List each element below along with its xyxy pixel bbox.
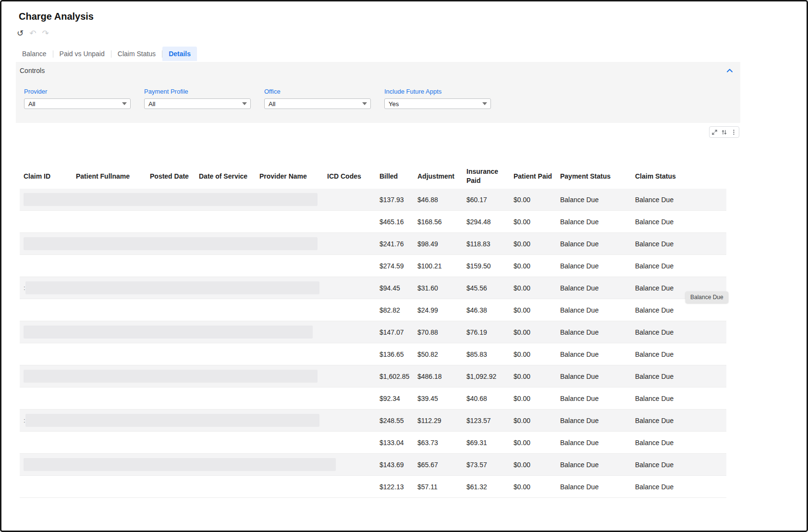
cell-billed: $136.65 [376,343,414,365]
undo-icon[interactable]: ↶ [29,29,36,37]
table-row[interactable]: $241.76 $98.49 $118.83 $0.00 Balance Due… [20,233,726,255]
redaction-block [24,215,318,228]
redo-icon[interactable]: ↷ [42,29,49,37]
column-header-icd-codes[interactable]: ICD Codes [323,164,376,189]
table-row[interactable]: $133.04 $63.73 $69.31 $0.00 Balance Due … [20,432,726,454]
payment-profile-dropdown[interactable]: All [144,98,251,109]
cell-payment-status: Balance Due [556,476,631,498]
cell-patient-paid: $0.00 [510,233,556,255]
cell-payment-status: Balance Due [556,277,631,299]
table-row[interactable]: : $94.45 $31.60 $45.56 $0.00 Balance Due… [20,277,726,299]
column-header-patient-paid[interactable]: Patient Paid [510,164,556,189]
table-row[interactable]: $274.59 $100.21 $159.50 $0.00 Balance Du… [20,255,726,277]
table-row[interactable]: $122.13 $57.11 $61.32 $0.00 Balance Due … [20,476,726,498]
column-header-provider-name[interactable]: Provider Name [256,164,323,189]
cell-adjustment: $57.11 [414,476,463,498]
tab-balance[interactable]: Balance [16,47,53,61]
filter-provider-label: Provider [24,88,131,95]
redaction-block [24,193,318,206]
controls-title: Controls [20,67,45,74]
cell-patient-paid: $0.00 [510,211,556,233]
cell-patient-paid: $0.00 [510,277,556,299]
cell-adjustment: $98.49 [414,233,463,255]
tab-paid-vs-unpaid[interactable]: Paid vs Unpaid [53,47,111,61]
cell-billed: $241.76 [376,233,414,255]
include-future-appts-dropdown[interactable]: Yes [384,98,491,109]
tab-details[interactable]: Details [162,47,197,61]
cell-patient-paid: $0.00 [510,387,556,410]
column-header-billed[interactable]: Billed [376,164,414,189]
cell-payment-status: Balance Due [556,410,631,432]
cell-insurance-paid: $45.56 [463,277,510,299]
office-dropdown-value: All [269,100,275,108]
table-row[interactable]: $136.65 $50.82 $85.83 $0.00 Balance Due … [20,343,726,365]
filter-include-future-appts-label: Include Future Appts [384,88,491,95]
redacted-patient-info-cell [20,387,376,410]
cell-payment-status: Balance Due [556,321,631,343]
chevron-down-icon [482,102,487,105]
cell-claim-status: Balance Due [631,211,726,233]
cell-billed: $465.16 [376,211,414,233]
sort-icon[interactable] [721,129,727,135]
column-header-insurance-paid[interactable]: Insurance Paid [463,164,510,189]
column-header-claim-id[interactable]: Claim ID [20,164,72,189]
cell-patient-paid: $0.00 [510,299,556,321]
table-row[interactable]: : $248.55 $112.29 $123.57 $0.00 Balance … [20,410,726,432]
column-header-adjustment[interactable]: Adjustment [414,164,463,189]
cell-patient-paid: $0.00 [510,189,556,211]
filter-include-future-appts: Include Future Appts Yes [384,88,491,109]
expand-icon[interactable] [711,129,718,135]
table-row[interactable]: $147.07 $70.88 $76.19 $0.00 Balance Due … [20,321,726,343]
column-header-date-of-service[interactable]: Date of Service [195,164,256,189]
cell-adjustment: $65.67 [414,454,463,476]
cell-patient-paid: $0.00 [510,255,556,277]
cell-billed: $143.69 [376,454,414,476]
cell-billed: $1,602.85 [376,365,414,387]
cell-payment-status: Balance Due [556,432,631,454]
table-row[interactable]: $92.34 $39.45 $40.68 $0.00 Balance Due B… [20,387,726,410]
cell-claim-status: Balance Due [631,255,726,277]
redaction-block [24,458,336,471]
table-row[interactable]: $465.16 $168.56 $294.48 $0.00 Balance Du… [20,211,726,233]
cell-billed: $94.45 [376,277,414,299]
collapse-chevron-icon[interactable] [726,67,734,74]
provider-dropdown[interactable]: All [24,98,131,109]
reset-icon[interactable]: ↺ [17,29,24,37]
table-row[interactable]: $137.93 $46.88 $60.17 $0.00 Balance Due … [20,189,726,211]
redacted-patient-info-cell [20,189,376,211]
cell-adjustment: $112.29 [414,410,463,432]
cell-adjustment: $39.45 [414,387,463,410]
cell-payment-status: Balance Due [556,343,631,365]
office-dropdown[interactable]: All [264,98,371,109]
table-row[interactable]: $143.69 $65.67 $73.57 $0.00 Balance Due … [20,454,726,476]
filter-office: Office All [264,88,371,109]
cell-claim-status: Balance Due [631,454,726,476]
history-toolbar: ↺ ↶ ↷ [17,29,49,37]
table-row[interactable]: $82.82 $24.99 $46.38 $0.00 Balance Due B… [20,299,726,321]
column-header-posted-date[interactable]: Posted Date [146,164,195,189]
tab-claim-status[interactable]: Claim Status [111,47,162,61]
redacted-patient-info-cell [20,454,376,476]
column-header-claim-status[interactable]: Claim Status [631,164,726,189]
chevron-down-icon [242,102,247,105]
kebab-menu-icon[interactable] [731,129,737,135]
table-body: $137.93 $46.88 $60.17 $0.00 Balance Due … [20,189,726,498]
cell-payment-status: Balance Due [556,454,631,476]
chevron-down-icon [122,102,127,105]
cell-claim-status: Balance Due [631,432,726,454]
cell-billed: $274.59 [376,255,414,277]
cell-insurance-paid: $46.38 [463,299,510,321]
cell-payment-status: Balance Due [556,233,631,255]
table-row[interactable]: $1,602.85 $486.18 $1,092.92 $0.00 Balanc… [20,365,726,387]
redaction-block [24,436,318,449]
redaction-block [24,348,318,361]
cell-adjustment: $46.88 [414,189,463,211]
redaction-block [24,326,313,339]
redacted-patient-info-cell: : [20,277,376,299]
redacted-prefix: : [20,284,25,291]
column-header-payment-status[interactable]: Payment Status [556,164,631,189]
redacted-patient-info-cell [20,365,376,387]
include-future-appts-dropdown-value: Yes [389,100,399,108]
column-header-patient-fullname[interactable]: Patient Fullname [72,164,146,189]
payment-profile-dropdown-value: All [148,100,155,108]
